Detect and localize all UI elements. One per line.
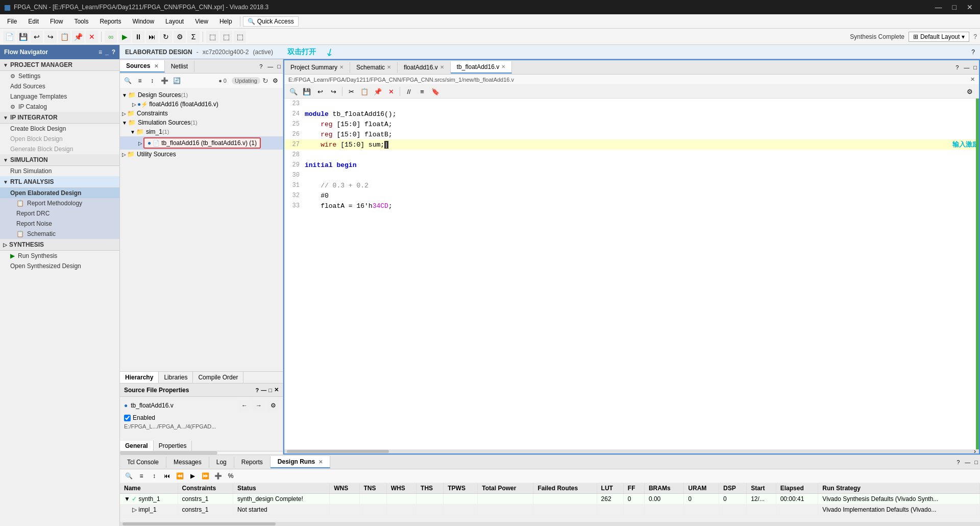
libraries-tab[interactable]: Libraries: [159, 372, 193, 383]
sum-button[interactable]: Σ: [187, 31, 200, 43]
nav-section-header-ip-integrator[interactable]: ▼ IP INTEGRATOR: [0, 112, 119, 124]
nav-item-report-noise[interactable]: Report Noise: [0, 219, 119, 229]
bottom-hscroll[interactable]: [120, 522, 980, 526]
nav-item-open-synthesized-design[interactable]: Open Synthesized Design: [0, 261, 119, 271]
flow-nav-help-icon[interactable]: ?: [112, 49, 115, 56]
editor-settings-button[interactable]: ⚙: [964, 86, 976, 97]
dr-collapse-button[interactable]: ≡: [136, 470, 147, 482]
nav-item-open-elaborated-design[interactable]: Open Elaborated Design: [0, 188, 119, 198]
nav-item-settings[interactable]: ⚙ Settings: [0, 71, 119, 81]
flag-button[interactable]: ⬚: [234, 31, 246, 43]
dr-search-button[interactable]: 🔍: [123, 470, 134, 482]
nav-section-header-simulation[interactable]: ▼ SIMULATION: [0, 154, 119, 166]
sources-expand-button[interactable]: ↕: [146, 75, 158, 86]
dr-percent-button[interactable]: %: [225, 470, 236, 482]
col-failed-routes[interactable]: Failed Routes: [533, 483, 597, 494]
tree-simulation-sources[interactable]: ▼ 📁 Simulation Sources (1): [120, 118, 283, 127]
prop-next-button[interactable]: →: [253, 400, 264, 411]
editor-comment-button[interactable]: //: [403, 86, 415, 97]
nav-item-run-simulation[interactable]: Run Simulation: [0, 166, 119, 176]
synth-expand-icon[interactable]: ▼: [124, 495, 130, 503]
debug-button[interactable]: ⬚: [206, 31, 218, 43]
nav-section-header-rtl-analysis[interactable]: ▼ RTL ANALYSIS: [0, 176, 119, 188]
col-dsp[interactable]: DSP: [719, 483, 747, 494]
impl-expand-icon[interactable]: ▷: [132, 506, 137, 513]
editor-cut-button[interactable]: ✂: [345, 86, 357, 97]
menu-flow[interactable]: Flow: [45, 16, 68, 27]
col-name[interactable]: Name: [120, 483, 178, 494]
editor-maximize-icon[interactable]: □: [971, 64, 979, 70]
maximize-button[interactable]: □: [949, 3, 960, 11]
dr-next-button[interactable]: ⏩: [200, 470, 211, 482]
dr-prev-button[interactable]: ⏪: [174, 470, 185, 482]
col-elapsed[interactable]: Elapsed: [776, 483, 818, 494]
tb-float-add16-tab-close[interactable]: ✕: [501, 64, 505, 69]
compile-order-tab[interactable]: Compile Order: [193, 372, 243, 383]
prop-scrollbar[interactable]: [120, 451, 283, 455]
undo-button[interactable]: ↩: [31, 31, 43, 43]
col-lut[interactable]: LUT: [597, 483, 623, 494]
flow-nav-minimize-icon[interactable]: _: [105, 49, 109, 56]
editor-block-comment-button[interactable]: ≡: [416, 86, 428, 97]
step-into-button[interactable]: ⏭: [146, 31, 158, 43]
elab-help-icon[interactable]: ?: [971, 49, 975, 56]
editor-delete-button[interactable]: ✕: [385, 86, 397, 97]
prop-close-icon[interactable]: ✕: [274, 387, 279, 393]
hierarchy-tab[interactable]: Hierarchy: [120, 372, 159, 383]
editor-copy-button[interactable]: 📋: [358, 86, 371, 97]
schematic-tab-close[interactable]: ✕: [387, 64, 391, 70]
tab-schematic[interactable]: Schematic ✕: [350, 62, 398, 73]
nav-item-create-block-design[interactable]: Create Block Design: [0, 124, 119, 134]
menu-layout[interactable]: Layout: [160, 16, 189, 27]
editor-content[interactable]: 23 24 module tb_floatAdd16(); 25 reg [15…: [284, 99, 979, 449]
bottom-help-icon[interactable]: ?: [953, 459, 963, 465]
tree-tb-float-add16[interactable]: ▷ ● 📄 tb_floatAdd16 (tb_floatAdd16.v) (1…: [120, 136, 283, 150]
nav-section-header-synthesis[interactable]: ▷ SYNTHESIS: [0, 239, 119, 251]
bottom-minimize-icon[interactable]: —: [963, 459, 972, 465]
menu-tools[interactable]: Tools: [69, 16, 93, 27]
col-wns[interactable]: WNS: [330, 483, 359, 494]
editor-save-button[interactable]: 💾: [301, 86, 313, 97]
run-button[interactable]: ▶: [118, 31, 131, 43]
col-tpws[interactable]: TPWS: [444, 483, 478, 494]
prop-help-icon[interactable]: ?: [256, 387, 259, 393]
nav-item-run-synthesis[interactable]: ▶ Run Synthesis: [0, 251, 119, 261]
sources-search-button[interactable]: 🔍: [122, 75, 133, 86]
tree-float-add16[interactable]: ▷ ● ⚡ floatAdd16 (floatAdd16.v): [120, 100, 283, 109]
enabled-checkbox[interactable]: Enabled: [124, 414, 279, 421]
copy-button[interactable]: 📋: [58, 31, 70, 43]
quick-access-field[interactable]: 🔍 Quick Access: [243, 16, 299, 27]
editor-help-icon[interactable]: ?: [952, 64, 962, 70]
nav-item-generate-block-design[interactable]: Generate Block Design: [0, 144, 119, 154]
save-button[interactable]: 💾: [17, 31, 29, 43]
editor-minimize-icon[interactable]: —: [962, 64, 971, 70]
tab-tb-float-add16[interactable]: tb_floatAdd16.v ✕: [451, 61, 512, 74]
editor-paste-button[interactable]: 📌: [372, 86, 384, 97]
tab-log[interactable]: Log: [209, 457, 234, 468]
editor-redo-button[interactable]: ↪: [327, 86, 339, 97]
nav-item-report-drc[interactable]: Report DRC: [0, 208, 119, 219]
tree-design-sources[interactable]: ▼ 📁 Design Sources (1): [120, 90, 283, 100]
dr-add-button[interactable]: ➕: [212, 470, 224, 482]
prop-prev-button[interactable]: ←: [239, 400, 250, 411]
menu-window[interactable]: Window: [127, 16, 159, 27]
sources-settings-button[interactable]: ⚙: [270, 75, 281, 86]
menu-help[interactable]: Help: [214, 16, 237, 27]
project-summary-close[interactable]: ✕: [339, 64, 344, 70]
nav-item-ip-catalog[interactable]: ⚙ IP Catalog: [0, 102, 119, 112]
menu-reports[interactable]: Reports: [94, 16, 126, 27]
editor-bookmark-button[interactable]: 🔖: [429, 86, 442, 97]
close-button[interactable]: ✕: [964, 3, 976, 11]
nav-item-report-methodology[interactable]: 📋 Report Methodology: [0, 198, 119, 208]
bottom-maximize-icon[interactable]: □: [972, 459, 980, 465]
sources-minimize-icon[interactable]: —: [265, 63, 275, 69]
tab-messages[interactable]: Messages: [166, 457, 209, 468]
sources-expand-icon[interactable]: □: [275, 63, 283, 69]
nav-item-schematic[interactable]: 📋 Schematic: [0, 229, 119, 239]
col-start[interactable]: Start: [747, 483, 776, 494]
col-constraints[interactable]: Constraints: [178, 483, 233, 494]
menu-edit[interactable]: Edit: [23, 16, 44, 27]
tree-utility-sources[interactable]: ▷ 📁 Utility Sources: [120, 150, 283, 159]
col-whs[interactable]: WHS: [386, 483, 416, 494]
tab-netlist[interactable]: Netlist: [165, 61, 194, 72]
